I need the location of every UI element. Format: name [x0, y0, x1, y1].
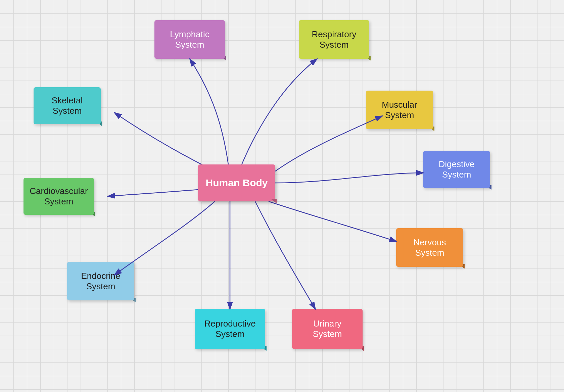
muscular-node: MuscularSystem — [366, 91, 433, 129]
nervous-node: NervousSystem — [396, 228, 463, 267]
center-label: Human Body — [205, 177, 268, 189]
muscular-label: MuscularSystem — [382, 100, 417, 120]
digestive-label: DigestiveSystem — [439, 159, 475, 180]
endocrine-node: EndocrineSystem — [67, 262, 134, 300]
urinary-label: UrinarySystem — [313, 318, 342, 339]
center-node: Human Body — [198, 164, 275, 201]
digestive-node: DigestiveSystem — [423, 151, 490, 188]
reproductive-node: ReproductiveSystem — [195, 309, 265, 349]
respiratory-node: RespiratorySystem — [299, 20, 369, 59]
respiratory-label: RespiratorySystem — [312, 29, 357, 50]
reproductive-label: ReproductiveSystem — [204, 318, 255, 339]
skeletal-label: SkeletalSystem — [52, 95, 83, 116]
cardiovascular-node: CardiovascularSystem — [23, 178, 94, 215]
endocrine-label: EndocrineSystem — [81, 271, 120, 292]
cardiovascular-label: CardiovascularSystem — [30, 186, 88, 207]
skeletal-node: SkeletalSystem — [34, 87, 101, 124]
nervous-label: NervousSystem — [414, 237, 446, 258]
lymphatic-label: LymphaticSystem — [170, 29, 209, 50]
urinary-node: UrinarySystem — [292, 309, 363, 349]
lymphatic-node: LymphaticSystem — [154, 20, 225, 59]
